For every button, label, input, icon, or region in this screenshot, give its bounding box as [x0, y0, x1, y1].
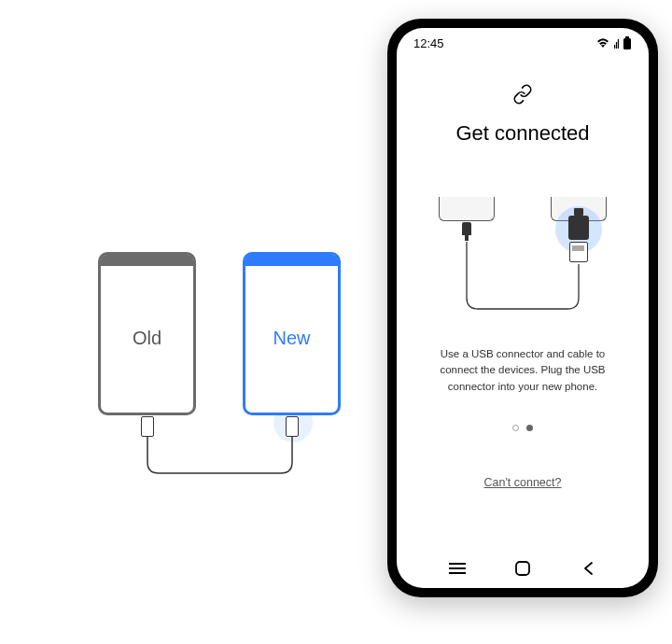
status-icons [595, 36, 632, 49]
svg-rect-2 [618, 39, 619, 49]
screen-content: Get connected Use a USB connector and ca… [397, 58, 649, 549]
page-dot-1[interactable] [512, 425, 519, 431]
link-icon [512, 84, 533, 108]
page-indicator [512, 425, 533, 431]
page-title: Get connected [455, 121, 589, 146]
back-button[interactable] [569, 561, 607, 576]
svg-rect-3 [625, 36, 629, 38]
recents-button[interactable] [439, 562, 476, 575]
new-phone-graphic: New [243, 252, 341, 415]
status-bar: 12:45 [397, 28, 649, 58]
signal-icon [614, 37, 619, 49]
home-button[interactable] [504, 561, 541, 576]
svg-rect-0 [614, 45, 615, 49]
diagram-cable [429, 234, 616, 323]
navigation-bar [397, 549, 649, 588]
cant-connect-link[interactable]: Can't connect? [484, 476, 562, 489]
svg-rect-1 [616, 42, 617, 49]
svg-rect-8 [516, 562, 529, 575]
instruction-text: Use a USB connector and cable to connect… [413, 346, 632, 395]
page-dot-2[interactable] [526, 425, 533, 431]
cable-graphic [98, 434, 350, 490]
old-phone-graphic: Old [98, 252, 196, 415]
phone-screen: 12:45 Get connected [397, 28, 649, 588]
svg-rect-4 [623, 38, 631, 49]
diagram-left-plug [462, 222, 471, 235]
status-time: 12:45 [413, 36, 444, 50]
old-phone-label: Old [101, 328, 193, 349]
diagram-old-device [439, 197, 495, 221]
battery-icon [623, 36, 632, 49]
connection-diagram [429, 197, 616, 328]
transfer-illustration: Old New [98, 252, 350, 457]
wifi-icon [595, 37, 610, 49]
new-phone-label: New [245, 328, 338, 349]
phone-mockup: 12:45 Get connected [387, 19, 658, 597]
